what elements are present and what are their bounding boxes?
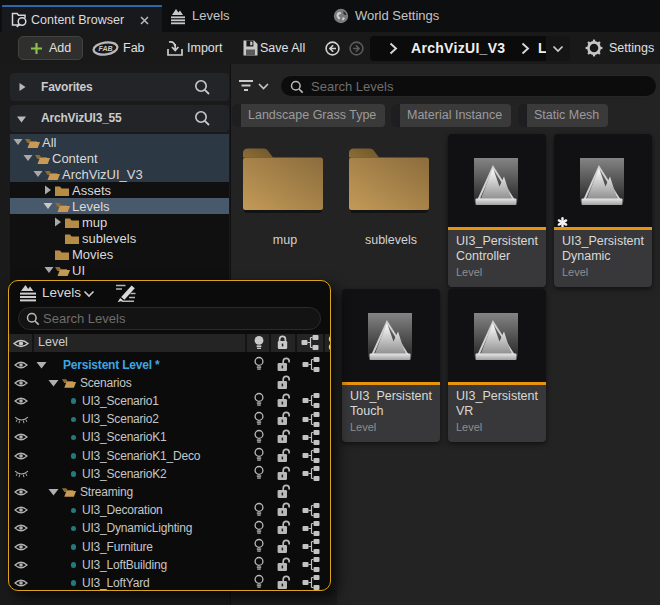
svg-text:FAB: FAB xyxy=(99,45,113,52)
